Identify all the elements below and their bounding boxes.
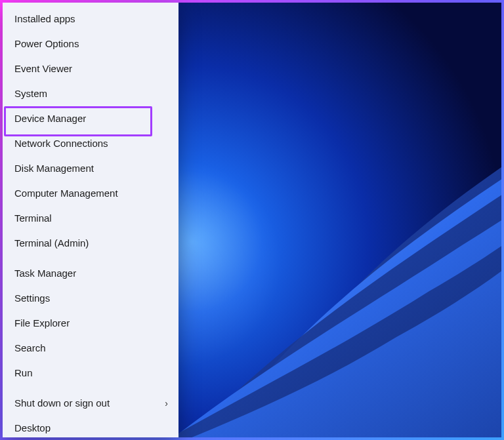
menu-item-event-viewer[interactable]: Event Viewer: [3, 56, 178, 81]
menu-item-label: Desktop: [14, 422, 51, 433]
menu-item-label: Task Manager: [14, 268, 76, 279]
menu-item-installed-apps[interactable]: Installed apps: [3, 7, 178, 31]
menu-item-disk-management[interactable]: Disk Management: [3, 156, 178, 181]
menu-item-label: Terminal (Admin): [14, 237, 89, 249]
menu-item-terminal-admin[interactable]: Terminal (Admin): [3, 231, 178, 256]
screenshot-viewport: Installed appsPower OptionsEvent ViewerS…: [0, 0, 504, 440]
menu-item-label: Run: [14, 367, 33, 378]
menu-item-file-explorer[interactable]: File Explorer: [3, 311, 178, 336]
menu-item-network-connections[interactable]: Network Connections: [3, 131, 178, 156]
menu-item-system[interactable]: System: [3, 81, 178, 106]
menu-item-run[interactable]: Run: [3, 361, 178, 386]
menu-item-label: File Explorer: [14, 317, 70, 329]
menu-item-label: Power Options: [14, 38, 79, 49]
menu-item-search[interactable]: Search: [3, 336, 178, 361]
menu-item-terminal[interactable]: Terminal: [3, 206, 178, 231]
chevron-right-icon: ›: [165, 397, 168, 410]
menu-item-device-manager[interactable]: Device Manager: [3, 106, 178, 131]
menu-item-power-options[interactable]: Power Options: [3, 31, 178, 56]
menu-item-computer-management[interactable]: Computer Management: [3, 181, 178, 206]
power-user-menu[interactable]: Installed appsPower OptionsEvent ViewerS…: [3, 3, 178, 437]
menu-item-label: Settings: [14, 292, 50, 304]
menu-item-label: Computer Management: [14, 188, 118, 199]
menu-item-label: Device Manager: [14, 113, 86, 124]
menu-item-shut-down-or-sign-out[interactable]: Shut down or sign out›: [3, 391, 178, 416]
menu-item-label: Disk Management: [14, 163, 94, 174]
menu-item-label: Search: [14, 342, 46, 353]
menu-item-task-manager[interactable]: Task Manager: [3, 261, 178, 286]
menu-item-label: System: [14, 88, 47, 99]
menu-item-desktop[interactable]: Desktop: [3, 416, 178, 440]
menu-item-settings[interactable]: Settings: [3, 286, 178, 311]
menu-item-label: Network Connections: [14, 138, 108, 149]
menu-item-label: Shut down or sign out: [14, 397, 110, 409]
menu-item-label: Event Viewer: [14, 63, 72, 74]
menu-item-label: Installed apps: [14, 13, 75, 24]
menu-item-label: Terminal: [14, 212, 52, 224]
